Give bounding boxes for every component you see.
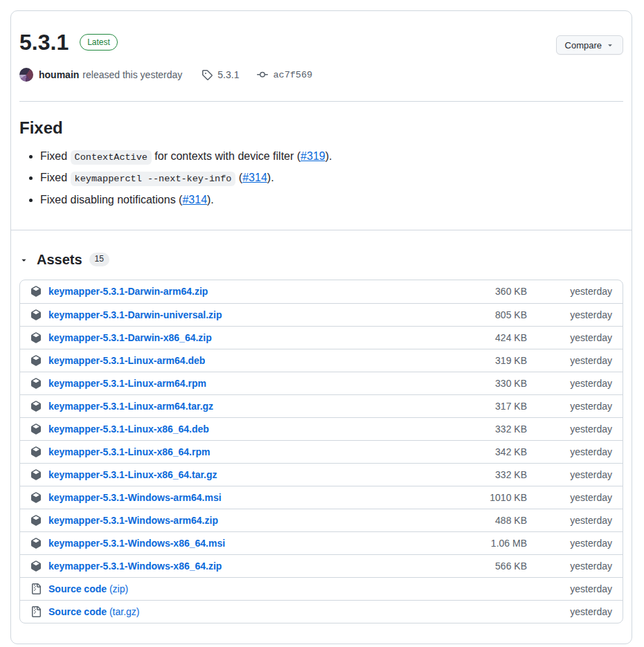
asset-download-link[interactable]: Source code (zip): [48, 583, 128, 594]
asset-download-link[interactable]: keymapper-5.3.1-Windows-x86_64.zip: [48, 561, 222, 572]
asset-size: 805 KB: [495, 309, 527, 320]
package-icon: [30, 423, 42, 435]
asset-download-link[interactable]: Source code (tar.gz): [48, 606, 140, 617]
package-icon: [30, 378, 42, 389]
asset-row: keymapper-5.3.1-Darwin-x86_64.zip 424 KB…: [20, 326, 623, 349]
release-notes: Fixed Fixed ContextActive for contexts w…: [19, 118, 623, 208]
asset-size: 1.06 MB: [491, 538, 527, 549]
latest-badge: Latest: [80, 34, 118, 51]
asset-size: 330 KB: [495, 378, 527, 389]
asset-row: keymapper-5.3.1-Linux-arm64.tar.gz 317 K…: [20, 394, 623, 417]
package-icon: [30, 309, 42, 320]
note-text: (: [235, 172, 242, 183]
asset-size: 360 KB: [495, 286, 527, 297]
package-icon: [30, 332, 42, 343]
asset-download-link[interactable]: keymapper-5.3.1-Linux-arm64.tar.gz: [48, 401, 213, 412]
package-icon: [30, 286, 42, 297]
asset-row: keymapper-5.3.1-Windows-x86_64.msi 1.06 …: [20, 531, 623, 554]
caret-down-icon: [19, 255, 28, 264]
asset-date: yesterday: [527, 561, 612, 572]
asset-date: yesterday: [527, 606, 612, 617]
assets-heading: Assets: [37, 252, 82, 268]
asset-date: yesterday: [527, 538, 612, 549]
release-card: 5.3.1 Latest Compare houmain released th…: [10, 10, 632, 644]
package-icon: [30, 446, 42, 457]
issue-link[interactable]: #319: [301, 150, 325, 162]
asset-date: yesterday: [527, 286, 612, 297]
package-icon: [30, 515, 42, 526]
asset-download-link[interactable]: keymapper-5.3.1-Windows-x86_64.msi: [48, 538, 225, 549]
asset-download-link[interactable]: keymapper-5.3.1-Windows-arm64.msi: [48, 492, 222, 503]
asset-download-link[interactable]: keymapper-5.3.1-Linux-x86_64.deb: [48, 423, 209, 435]
note-text: ).: [207, 194, 214, 206]
note-item: Fixed keymapperctl --next-key-info (#314…: [40, 170, 623, 186]
asset-date: yesterday: [527, 583, 612, 594]
commit-ref[interactable]: ac7f569: [257, 69, 312, 80]
asset-row: keymapper-5.3.1-Linux-arm64.deb 319 KB y…: [20, 349, 623, 372]
asset-row: Source code (zip) yesterday: [20, 577, 623, 600]
note-text: Fixed disabling notifications (: [40, 194, 182, 206]
inline-code: ContextActive: [71, 150, 152, 165]
note-text: Fixed: [40, 172, 71, 183]
asset-download-link[interactable]: keymapper-5.3.1-Linux-arm64.rpm: [48, 378, 206, 389]
assets-count-badge: 15: [89, 253, 109, 266]
asset-row: keymapper-5.3.1-Linux-x86_64.tar.gz 332 …: [20, 463, 623, 486]
asset-size: 319 KB: [495, 355, 527, 366]
asset-row: keymapper-5.3.1-Darwin-arm64.zip 360 KB …: [20, 280, 623, 303]
asset-date: yesterday: [527, 446, 612, 457]
asset-download-link[interactable]: keymapper-5.3.1-Linux-x86_64.rpm: [48, 446, 210, 457]
notes-list: Fixed ContextActive for contexts with de…: [19, 148, 623, 208]
commit-sha: ac7f569: [273, 70, 312, 80]
author-link[interactable]: houmain: [39, 69, 79, 80]
tag-icon: [202, 69, 213, 80]
asset-date: yesterday: [527, 515, 612, 526]
asset-row: keymapper-5.3.1-Windows-x86_64.zip 566 K…: [20, 554, 623, 577]
compare-button[interactable]: Compare: [556, 35, 623, 55]
asset-row: keymapper-5.3.1-Windows-arm64.msi 1010 K…: [20, 486, 623, 509]
asset-row: keymapper-5.3.1-Linux-x86_64.rpm 342 KB …: [20, 440, 623, 463]
asset-size: 566 KB: [495, 561, 527, 572]
note-text: ).: [267, 172, 274, 183]
asset-row: keymapper-5.3.1-Darwin-universal.zip 805…: [20, 303, 623, 326]
asset-date: yesterday: [527, 309, 612, 320]
header-divider: [19, 101, 623, 102]
asset-download-link[interactable]: keymapper-5.3.1-Linux-arm64.deb: [48, 355, 205, 366]
tag-ref[interactable]: 5.3.1: [202, 69, 239, 80]
issue-link[interactable]: #314: [182, 194, 207, 206]
asset-date: yesterday: [527, 423, 612, 435]
asset-download-link[interactable]: keymapper-5.3.1-Darwin-x86_64.zip: [48, 332, 212, 343]
asset-download-link[interactable]: keymapper-5.3.1-Darwin-arm64.zip: [48, 286, 208, 297]
commit-icon: [257, 69, 268, 80]
tag-label: 5.3.1: [217, 69, 239, 80]
asset-date: yesterday: [527, 469, 612, 480]
asset-row: Source code (tar.gz) yesterday: [20, 600, 623, 623]
assets-list: keymapper-5.3.1-Darwin-arm64.zip 360 KB …: [19, 280, 623, 623]
asset-size: 317 KB: [495, 401, 527, 412]
note-text: for contexts with device filter (: [152, 150, 301, 162]
file-zip-icon: [30, 606, 42, 617]
asset-size: 1010 KB: [490, 492, 527, 503]
note-item: Fixed disabling notifications (#314).: [40, 192, 623, 208]
release-header-section: 5.3.1 Latest Compare houmain released th…: [11, 11, 632, 230]
assets-toggle[interactable]: Assets 15: [19, 252, 109, 268]
asset-download-link[interactable]: keymapper-5.3.1-Linux-x86_64.tar.gz: [48, 469, 217, 480]
package-icon: [30, 492, 42, 503]
asset-download-link[interactable]: keymapper-5.3.1-Darwin-universal.zip: [48, 309, 222, 320]
asset-size: 342 KB: [495, 446, 527, 457]
asset-size: 424 KB: [495, 332, 527, 343]
package-icon: [30, 561, 42, 572]
asset-size: 332 KB: [495, 423, 527, 435]
released-text: released this yesterday: [82, 69, 182, 80]
asset-size: 488 KB: [495, 515, 527, 526]
triangle-down-icon: [606, 41, 614, 49]
avatar[interactable]: [19, 68, 33, 82]
asset-row: keymapper-5.3.1-Linux-arm64.rpm 330 KB y…: [20, 372, 623, 394]
release-byline: houmain released this yesterday 5.3.1 ac…: [19, 68, 623, 82]
asset-download-link[interactable]: keymapper-5.3.1-Windows-arm64.zip: [48, 515, 218, 526]
asset-date: yesterday: [527, 332, 612, 343]
inline-code: keymapperctl --next-key-info: [71, 172, 236, 186]
note-text: Fixed: [40, 150, 71, 162]
issue-link[interactable]: #314: [242, 172, 267, 183]
package-icon: [30, 355, 42, 366]
package-icon: [30, 469, 42, 480]
